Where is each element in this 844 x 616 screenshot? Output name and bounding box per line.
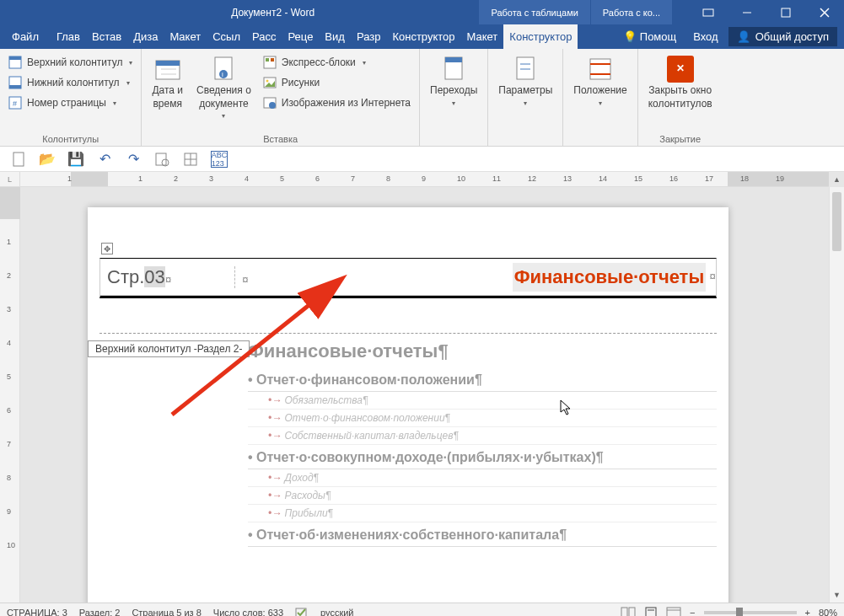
svg-text:i: i	[222, 71, 223, 78]
tab-mailings[interactable]: Расс	[246, 24, 282, 49]
close-button[interactable]	[805, 0, 844, 24]
options-button[interactable]: Параметры▾	[493, 52, 557, 111]
spelling-icon[interactable]: ABC123	[211, 151, 228, 168]
ribbon-body: Верхний колонтитул▾ Нижний колонтитул▾ #…	[0, 49, 844, 147]
svg-rect-27	[517, 57, 534, 79]
page-number-label: Номер страницы	[27, 97, 106, 109]
group-close: ✕ Закрыть окно колонтитулов Закрытие	[638, 49, 723, 146]
zoom-out-button[interactable]: −	[690, 608, 695, 617]
status-section[interactable]: Раздел: 2	[79, 608, 121, 617]
print-layout-icon[interactable]	[644, 607, 658, 617]
new-doc-icon[interactable]	[10, 151, 27, 168]
status-page-count[interactable]: Страница 5 из 8	[132, 608, 201, 617]
web-layout-icon[interactable]	[666, 607, 681, 617]
tab-table-layout[interactable]: Макет	[461, 24, 504, 49]
position-label: Положение	[573, 84, 626, 98]
page-number-button[interactable]: # Номер страницы▾	[5, 93, 136, 113]
scroll-down-icon[interactable]: ▼	[832, 589, 841, 601]
pictures-button[interactable]: Рисунки	[260, 72, 414, 93]
help-button[interactable]: 💡 Помощ	[616, 30, 683, 43]
tab-table-design[interactable]: Конструктор	[386, 24, 460, 49]
tab-design[interactable]: Диза	[127, 24, 164, 49]
svg-rect-41	[621, 608, 627, 617]
read-mode-icon[interactable]	[621, 607, 636, 617]
group-vstavka: Дата и время i Сведения о документе▾ Экс…	[142, 49, 420, 146]
quick-parts-button[interactable]: Экспресс-блоки▾	[260, 52, 414, 72]
tab-layout[interactable]: Макет	[164, 24, 207, 49]
tab-home[interactable]: Глав	[51, 24, 86, 49]
navigation-button[interactable]: Переходы▾	[425, 52, 482, 111]
save-icon[interactable]: 💾	[67, 151, 84, 168]
quick-parts-label: Экспресс-блоки	[282, 56, 356, 68]
body-s2-item: Расходы¶	[248, 487, 717, 505]
tab-review[interactable]: Реце	[282, 24, 320, 49]
header-table[interactable]: Стр.03¤ ¤ Финансовые·отчеты ¤	[99, 258, 717, 298]
options-label: Параметры	[498, 84, 552, 98]
page[interactable]: ✥ Стр.03¤ ¤ Финансовые·отчеты ¤ Верхний …	[88, 207, 728, 603]
svg-point-22	[266, 80, 268, 83]
online-pictures-button[interactable]: Изображения из Интернета	[260, 93, 414, 113]
horizontal-ruler[interactable]: 1 12 34 56 78 910 1112 1314 1516 1718 19	[20, 172, 829, 187]
quick-access-toolbar: 📂 💾 ↶ ↷ ABC123	[0, 147, 844, 172]
page-scroll[interactable]: ✥ Стр.03¤ ¤ Финансовые·отчеты ¤ Верхний …	[20, 187, 829, 603]
ribbon-tabs: Файл Глав Встав Диза Макет Ссыл Расс Рец…	[0, 24, 844, 49]
window-title: Документ2 - Word	[0, 7, 478, 19]
table-icon[interactable]	[182, 151, 199, 168]
vertical-ruler[interactable]: 1 2 3 4 5 6 7 8 9 10	[0, 187, 20, 603]
body-h1: Финансовые·отчеты¶	[248, 335, 717, 367]
vertical-scrollbar[interactable]: ▲ ▼	[829, 187, 844, 603]
contextual-tab-header-tools[interactable]: Работа с ко...	[590, 0, 672, 24]
scroll-up-icon[interactable]: ▲	[832, 174, 841, 185]
redo-icon[interactable]: ↷	[125, 151, 142, 168]
date-time-button[interactable]: Дата и время	[147, 52, 188, 114]
tab-header-design-active[interactable]: Конструктор	[503, 24, 578, 49]
minimize-button[interactable]	[728, 0, 766, 24]
print-preview-icon[interactable]	[153, 151, 170, 168]
zoom-slider[interactable]	[704, 611, 797, 614]
group-navigation: Переходы▾	[420, 49, 488, 146]
maximize-button[interactable]	[766, 0, 805, 24]
header-cell-title[interactable]: Финансовые·отчеты	[513, 263, 706, 292]
status-word-count[interactable]: Число слов: 633	[213, 608, 283, 617]
zoom-level[interactable]: 80%	[819, 608, 837, 617]
group-label-position	[568, 132, 632, 144]
page-number-icon: #	[8, 96, 22, 110]
quick-parts-icon	[263, 56, 277, 69]
close-header-button[interactable]: ✕ Закрыть окно колонтитулов	[643, 52, 718, 114]
zoom-in-button[interactable]: +	[805, 608, 810, 617]
body-s1-item: Собственный·капитал·владельцев¶	[248, 427, 717, 445]
group-label-kolontituly: Колонтитулы	[5, 132, 136, 144]
lightbulb-icon: 💡	[623, 30, 637, 43]
login-button[interactable]: Вход	[686, 30, 724, 43]
tab-file[interactable]: Файл	[0, 24, 51, 49]
position-button[interactable]: Положение▾	[568, 52, 632, 111]
header-cell-page[interactable]: Стр.03¤	[100, 266, 235, 288]
online-pictures-label: Изображения из Интернета	[282, 97, 411, 109]
header-button[interactable]: Верхний колонтитул▾	[5, 52, 136, 72]
svg-rect-2	[782, 8, 790, 17]
header-cell-mid[interactable]: ¤	[235, 266, 513, 288]
document-body-dimmed: Финансовые·отчеты¶ • Отчет·о·финансовом·…	[248, 335, 717, 547]
ribbon-options-icon[interactable]	[689, 0, 728, 24]
doc-info-button[interactable]: i Сведения о документе▾	[191, 52, 256, 125]
header-zone-label: Верхний колонтитул -Раздел 2-	[88, 340, 250, 357]
status-language[interactable]: русский	[320, 608, 353, 617]
date-time-label: Дата и время	[152, 84, 183, 110]
share-button[interactable]: 👤 Общий доступ	[728, 27, 837, 46]
footer-button[interactable]: Нижний колонтитул▾	[5, 72, 136, 93]
table-anchor-icon[interactable]: ✥	[101, 243, 113, 254]
tab-view[interactable]: Вид	[319, 24, 351, 49]
contextual-tab-table-tools[interactable]: Работа с таблицами	[478, 0, 589, 24]
spell-check-icon[interactable]	[295, 607, 309, 617]
ruler-corner[interactable]: L	[0, 172, 20, 187]
undo-icon[interactable]: ↶	[96, 151, 113, 168]
tab-references[interactable]: Ссыл	[207, 24, 246, 49]
status-page[interactable]: СТРАНИЦА: 3	[7, 608, 67, 617]
open-icon[interactable]: 📂	[39, 151, 56, 168]
tab-insert[interactable]: Встав	[86, 24, 127, 49]
scroll-thumb[interactable]	[832, 192, 841, 251]
tab-developer[interactable]: Разр	[351, 24, 387, 49]
svg-rect-19	[266, 58, 269, 62]
body-s2-item: Доход¶	[248, 469, 717, 487]
group-label-vstavka: Вставка	[147, 132, 414, 144]
